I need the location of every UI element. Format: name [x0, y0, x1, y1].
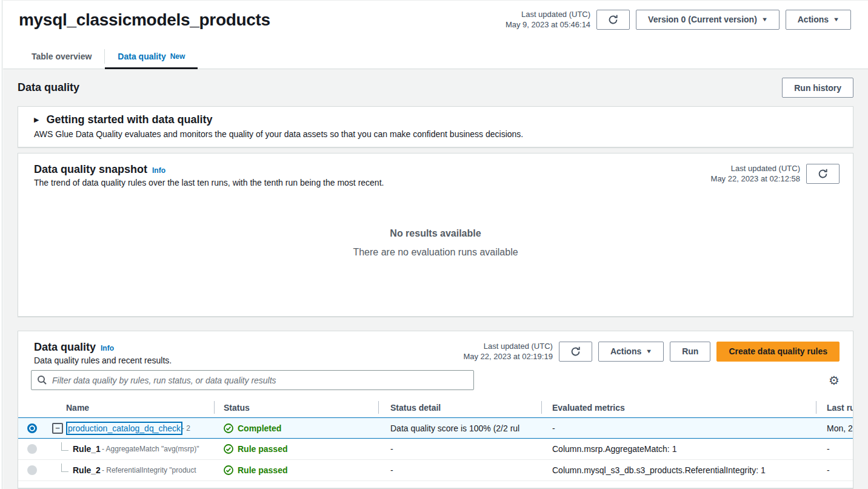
- table-row[interactable]: − production_catalog_dq_check - 2 Comple…: [18, 417, 853, 439]
- last-updated-value: May 9, 2023 at 05:46:14: [506, 19, 590, 30]
- tab-data-quality-label: Data quality: [118, 52, 165, 61]
- side-nav-edge: [0, 0, 2, 489]
- rule-suffix: - AggregateMatch "avg(msrp)": [102, 445, 199, 453]
- last-run-cell: -: [816, 439, 853, 459]
- new-badge: New: [170, 52, 185, 61]
- rule-suffix: - ReferentialIntegrity "product: [102, 466, 196, 474]
- rules-last-updated-label: Last updated (UTC): [463, 341, 552, 351]
- tab-table-overview-label: Table overview: [32, 52, 92, 61]
- empty-state-message: There are no evaluation runs available: [353, 247, 518, 258]
- rules-refresh-button[interactable]: [559, 342, 592, 362]
- getting-started-title: Getting started with data quality: [46, 113, 212, 126]
- rules-last-updated-value: May 22, 2023 at 02:19:19: [463, 351, 552, 362]
- getting-started-expander[interactable]: ▶ Getting started with data quality: [34, 113, 837, 126]
- check-circle-icon: [224, 444, 233, 454]
- chevron-down-icon: ▼: [761, 16, 768, 22]
- status-detail-cell: -: [378, 460, 541, 481]
- tab-bar: Table overview Data quality New: [19, 44, 851, 69]
- snapshot-info-link[interactable]: Info: [152, 166, 165, 175]
- status-text: Rule passed: [238, 444, 287, 454]
- search-icon: [37, 375, 47, 385]
- evaluated-metrics-cell: -: [541, 418, 816, 438]
- tree-connector: [61, 464, 68, 472]
- snapshot-panel: Data quality snapshot Info The trend of …: [18, 153, 853, 317]
- actions-dropdown[interactable]: Actions ▼: [786, 10, 851, 30]
- column-header-last-run: Last run.: [816, 398, 853, 417]
- status-text: Rule passed: [238, 465, 287, 475]
- status-text: Completed: [238, 423, 281, 433]
- version-dropdown[interactable]: Version 0 (Current version) ▼: [636, 10, 780, 30]
- table-row[interactable]: Rule_2 - ReferentialIntegrity "product R…: [18, 460, 853, 481]
- header-last-updated: Last updated (UTC) May 9, 2023 at 05:46:…: [506, 9, 590, 30]
- table-header-row: Name Status Status detail Evaluated metr…: [18, 398, 853, 417]
- snapshot-refresh-button[interactable]: [806, 164, 840, 184]
- snapshot-last-updated-label: Last updated (UTC): [711, 163, 800, 174]
- tab-table-overview[interactable]: Table overview: [19, 44, 104, 69]
- tab-data-quality[interactable]: Data quality New: [105, 44, 198, 69]
- tree-connector: [61, 442, 68, 451]
- refresh-button[interactable]: [596, 10, 630, 30]
- refresh-icon: [570, 346, 581, 357]
- rules-last-updated: Last updated (UTC) May 22, 2023 at 02:19…: [463, 341, 552, 362]
- rule-name: Rule_1: [73, 444, 101, 454]
- status-indicator: Completed: [224, 423, 281, 433]
- row-radio-disabled: [27, 444, 37, 454]
- glue-table-page: mysql_classicmodels_products Last update…: [3, 0, 868, 489]
- row-name-suffix: - 2: [182, 424, 190, 433]
- row-radio-disabled: [27, 465, 37, 475]
- row-radio-selected[interactable]: [27, 423, 37, 433]
- status-indicator: Rule passed: [224, 465, 287, 475]
- table-row[interactable]: Rule_1 - AggregateMatch "avg(msrp)" Rule…: [18, 439, 853, 460]
- table-preferences-button[interactable]: ⚙: [827, 373, 841, 388]
- data-quality-table: Name Status Status detail Evaluated metr…: [18, 398, 853, 481]
- rules-panel-description: Data quality rules and recent results.: [34, 356, 172, 365]
- page-title: mysql_classicmodels_products: [19, 9, 270, 30]
- column-header-name: Name: [45, 398, 214, 417]
- rules-actions-label: Actions: [610, 346, 641, 356]
- data-quality-rules-panel: Data quality Info Data quality rules and…: [18, 331, 853, 488]
- last-run-cell: -: [816, 460, 853, 481]
- getting-started-description: AWS Glue Data Quality evaluates and moni…: [34, 129, 837, 139]
- gear-icon: ⚙: [829, 374, 840, 387]
- status-detail-cell: -: [378, 439, 541, 459]
- status-detail-cell: Data quality score is 100% (2/2 rul: [378, 418, 541, 438]
- expand-arrow-icon: ▶: [34, 116, 39, 124]
- create-data-quality-rules-button[interactable]: Create data quality rules: [716, 342, 840, 362]
- snapshot-title: Data quality snapshot: [34, 163, 147, 176]
- section-heading: Data quality: [18, 81, 79, 94]
- run-button[interactable]: Run: [670, 342, 710, 362]
- selection-column-header: [18, 398, 45, 417]
- rule-name: Rule_2: [73, 465, 101, 475]
- chevron-down-icon: ▼: [646, 348, 652, 354]
- rules-actions-dropdown[interactable]: Actions ▼: [598, 342, 664, 362]
- snapshot-description: The trend of data quality rules over the…: [34, 178, 384, 187]
- collapse-row-icon[interactable]: −: [52, 423, 63, 434]
- empty-state-title: No results available: [390, 228, 481, 239]
- status-indicator: Rule passed: [224, 444, 287, 454]
- snapshot-empty-state: No results available There are no evalua…: [18, 187, 853, 316]
- getting-started-panel: ▶ Getting started with data quality AWS …: [18, 106, 853, 147]
- column-header-status: Status: [214, 398, 378, 417]
- page-header: mysql_classicmodels_products Last update…: [3, 0, 868, 69]
- rules-info-link[interactable]: Info: [101, 344, 114, 352]
- version-dropdown-label: Version 0 (Current version): [648, 15, 757, 24]
- evaluated-metrics-cell: Column.msrp.AggregateMatch: 1: [541, 439, 816, 459]
- last-updated-label: Last updated (UTC): [506, 9, 590, 19]
- column-header-status-detail: Status detail: [378, 398, 541, 417]
- rules-panel-title: Data quality: [34, 341, 96, 354]
- last-run-cell: Mon, 22: [816, 418, 853, 438]
- refresh-icon: [608, 15, 618, 25]
- column-header-evaluated-metrics: Evaluated metrics: [541, 398, 816, 417]
- refresh-icon: [818, 169, 828, 179]
- evaluated-metrics-cell: Column.mysql_s3_db.s3_products.Referenti…: [541, 460, 816, 481]
- check-circle-icon: [224, 465, 233, 475]
- chevron-down-icon: ▼: [833, 16, 840, 22]
- dq-check-link[interactable]: production_catalog_dq_check: [68, 423, 181, 433]
- actions-dropdown-label: Actions: [798, 15, 829, 24]
- content-area: Data quality Run history ▶ Getting start…: [3, 69, 868, 489]
- snapshot-last-updated-value: May 22, 2023 at 02:12:58: [711, 174, 800, 184]
- run-history-button[interactable]: Run history: [782, 78, 853, 98]
- snapshot-last-updated: Last updated (UTC) May 22, 2023 at 02:12…: [711, 163, 800, 184]
- check-circle-icon: [224, 423, 233, 433]
- filter-input[interactable]: [31, 370, 474, 390]
